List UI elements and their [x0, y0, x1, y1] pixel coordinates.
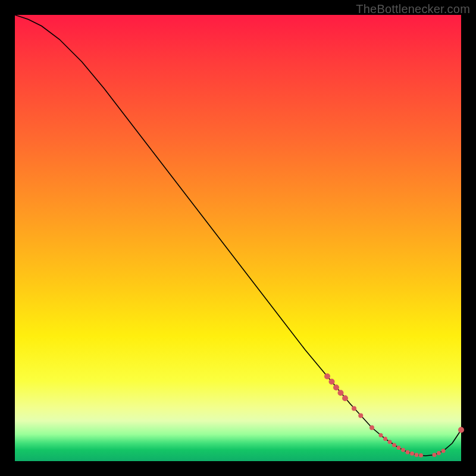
data-marker — [324, 374, 330, 380]
data-markers — [324, 374, 464, 458]
data-marker — [458, 427, 464, 433]
data-marker — [406, 450, 410, 455]
data-marker — [419, 453, 423, 458]
data-marker — [358, 414, 363, 418]
data-marker — [392, 443, 396, 447]
curve-svg — [15, 15, 461, 461]
data-marker — [397, 446, 401, 450]
data-marker — [342, 395, 348, 401]
data-marker — [415, 453, 419, 457]
data-marker — [433, 453, 437, 457]
data-marker — [383, 437, 387, 441]
data-marker — [333, 384, 339, 390]
data-marker — [352, 406, 356, 411]
data-marker — [369, 425, 374, 430]
data-marker — [379, 433, 383, 437]
watermark-text: TheBottlenecker.com — [356, 2, 470, 16]
data-marker — [441, 449, 446, 453]
data-marker — [329, 379, 335, 385]
data-marker — [437, 451, 441, 455]
data-marker — [388, 440, 392, 444]
plot-area — [15, 15, 461, 461]
chart-container: TheBottlenecker.com — [0, 0, 476, 476]
data-marker — [338, 390, 344, 396]
bottleneck-curve — [15, 15, 461, 456]
data-marker — [401, 448, 405, 452]
data-marker — [410, 452, 414, 456]
